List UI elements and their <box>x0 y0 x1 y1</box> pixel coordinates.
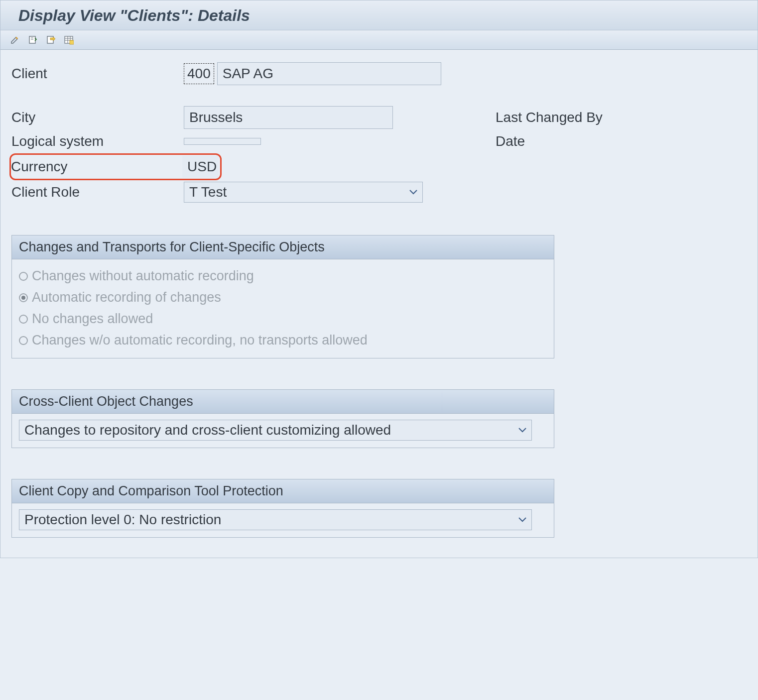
row-client-role: Client Role T Test <box>11 180 747 204</box>
currency-field: USD <box>182 156 218 178</box>
chevron-down-icon <box>518 517 526 522</box>
currency-label: Currency <box>11 159 182 175</box>
radio-label: Changes without automatic recording <box>32 268 254 284</box>
date-label: Date <box>496 133 525 149</box>
group-cross-client: Cross-Client Object Changes Changes to r… <box>11 389 554 448</box>
radio-label: Automatic recording of changes <box>32 290 221 305</box>
table-icon <box>64 35 74 45</box>
copy-button[interactable] <box>26 33 39 46</box>
pencil-icon <box>10 35 20 45</box>
group-protection: Client Copy and Comparison Tool Protecti… <box>11 479 554 538</box>
radio-icon <box>19 315 28 324</box>
radio-option[interactable]: No changes allowed <box>19 308 547 330</box>
group-changes-title: Changes and Transports for Client-Specif… <box>12 235 554 259</box>
documents-icon <box>28 35 38 45</box>
city-label: City <box>11 110 181 125</box>
protection-select[interactable]: Protection level 0: No restriction <box>19 509 532 530</box>
row-client: Client 400 SAP AG <box>11 62 747 86</box>
radio-icon <box>19 293 28 302</box>
logical-system-field <box>184 138 261 145</box>
group-changes-transports: Changes and Transports for Client-Specif… <box>11 235 554 358</box>
logical-system-label: Logical system <box>11 133 181 149</box>
row-city: City Brussels Last Changed By <box>11 106 747 129</box>
document-arrow-icon <box>46 35 56 45</box>
radio-label: No changes allowed <box>32 311 153 327</box>
chevron-down-icon <box>518 428 526 433</box>
svg-rect-0 <box>29 36 35 43</box>
client-number-field[interactable]: 400 <box>184 63 214 84</box>
chevron-down-icon <box>409 190 417 195</box>
city-field: Brussels <box>184 106 393 129</box>
client-label: Client <box>11 66 181 82</box>
form-content: Client 400 SAP AG City Brussels Last Cha… <box>0 50 758 558</box>
table-settings-button[interactable] <box>62 33 75 46</box>
row-currency: Currency USD <box>11 153 747 180</box>
client-role-select[interactable]: T Test <box>184 182 423 203</box>
client-role-label: Client Role <box>11 184 181 200</box>
currency-highlight: Currency USD <box>9 153 222 180</box>
last-changed-by-label: Last Changed By <box>496 110 603 125</box>
page-title: Display View "Clients": Details <box>0 0 758 30</box>
client-name-field: SAP AG <box>217 62 441 85</box>
cross-client-value: Changes to repository and cross-client c… <box>24 422 391 438</box>
radio-icon <box>19 272 28 281</box>
client-role-value: T Test <box>189 184 227 200</box>
cross-client-select[interactable]: Changes to repository and cross-client c… <box>19 420 532 441</box>
edit-button[interactable] <box>8 33 21 46</box>
protection-value: Protection level 0: No restriction <box>24 512 221 528</box>
radio-option[interactable]: Changes w/o automatic recording, no tran… <box>19 330 547 351</box>
export-button[interactable] <box>44 33 57 46</box>
radio-option[interactable]: Automatic recording of changes <box>19 287 547 308</box>
radio-label: Changes w/o automatic recording, no tran… <box>32 333 368 348</box>
window: Display View "Clients": Details <box>0 0 758 558</box>
svg-rect-3 <box>70 40 74 44</box>
group-cross-client-title: Cross-Client Object Changes <box>12 390 554 414</box>
radio-option[interactable]: Changes without automatic recording <box>19 265 547 287</box>
row-logical-system: Logical system Date <box>11 129 747 153</box>
group-changes-body: Changes without automatic recordingAutom… <box>12 259 554 358</box>
group-protection-title: Client Copy and Comparison Tool Protecti… <box>12 479 554 503</box>
toolbar <box>0 30 758 50</box>
radio-icon <box>19 336 28 345</box>
